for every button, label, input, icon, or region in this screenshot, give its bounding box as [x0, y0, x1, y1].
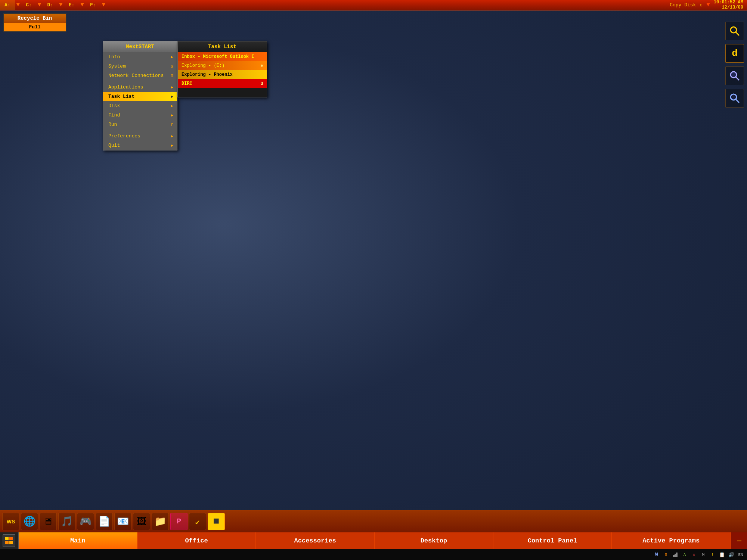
recycle-bin[interactable]: Recycle Bin Full — [3, 13, 66, 32]
tab-activeprograms[interactable]: Active Programs — [612, 532, 731, 549]
menu-disk-arrow: ▶ — [171, 103, 173, 108]
menu-run-label: Run — [108, 122, 117, 127]
menu-item-info[interactable]: Info ▶ — [103, 52, 177, 62]
svg-rect-10 — [673, 555, 675, 557]
tab-desktop[interactable]: Desktop — [375, 532, 493, 549]
tray-icon-a[interactable]: A — [681, 551, 689, 559]
tray-icon-s[interactable]: S — [662, 551, 670, 559]
nextstart-menu: NextSTART Info ▶ System s Network Connec… — [103, 41, 177, 150]
menu-disk-label: Disk — [108, 103, 120, 109]
copy-disk-shortcut: c — [700, 2, 703, 8]
quicklaunch-strip: WS 🌐 🖥 🎵 🎮 📄 📧 🖼 📁 P ↙ — [0, 510, 747, 532]
drive-a-button[interactable]: A: — [0, 0, 15, 10]
svg-point-2 — [731, 72, 737, 78]
desktop-icon-magnify-2[interactable] — [725, 66, 744, 85]
pink-icon: P — [177, 517, 181, 526]
task-item-exploring-phoenix[interactable]: Exploring - Phoenix — [178, 70, 267, 79]
tab-row: Main Office Accessories Desktop Control … — [0, 532, 747, 549]
menu-item-preferences[interactable]: Preferences ▶ — [103, 131, 177, 141]
tab-accessories[interactable]: Accessories — [256, 532, 375, 549]
menu-info-arrow: ▶ — [171, 55, 173, 59]
copy-disk-label[interactable]: Copy Disk — [670, 2, 696, 8]
tray-icon-x[interactable]: ✕ — [690, 551, 698, 559]
top-arrow-icon: ▼ — [706, 1, 710, 8]
tab-main[interactable]: Main — [19, 532, 137, 549]
ql-icon-ws[interactable]: WS — [2, 513, 19, 530]
menu-item-disk[interactable]: Disk ▶ — [103, 101, 177, 111]
task-item-dirc[interactable]: DIRC d — [178, 79, 267, 88]
desktop-icon-magnify-3[interactable] — [725, 89, 744, 108]
tray-icon-speaker[interactable]: 🔊 — [727, 551, 735, 559]
ql-icon-folder[interactable]: 📁 — [152, 513, 169, 530]
ql-icon-mail[interactable]: 📧 — [114, 513, 131, 530]
svg-point-0 — [731, 27, 737, 33]
tray-icon-m[interactable]: M — [699, 551, 707, 559]
separator-2: ▼ — [36, 1, 43, 8]
separator-3: ▼ — [58, 1, 64, 8]
drive-f-button[interactable]: F: — [86, 0, 100, 10]
tasklist-header: Task List — [178, 41, 267, 52]
svg-rect-9 — [9, 541, 13, 544]
tab-controlpanel[interactable]: Control Panel — [493, 532, 612, 549]
tasklist-menu: Task List Inbox - Microsoft Outlook I Ex… — [177, 41, 267, 97]
ql-icon-games[interactable]: 🎮 — [77, 513, 94, 530]
tab-main-label: Main — [70, 537, 86, 544]
tab-accessories-label: Accessories — [294, 537, 336, 544]
separator-4: ▼ — [79, 1, 86, 8]
tray-icon-w[interactable]: W — [653, 551, 661, 559]
ql-icon-arrow[interactable]: ↙ — [189, 513, 206, 530]
tray-icon-excl[interactable]: ! — [709, 551, 717, 559]
menu-item-network[interactable]: Network Connections n — [103, 71, 177, 80]
magnify-icon-1 — [729, 25, 741, 37]
taskbar-top: A: ▼ C: ▼ D: ▼ E: ▼ F: ▼ Copy Disk c ▼ 1… — [0, 0, 747, 10]
ql-icon-winamp[interactable]: 🎵 — [58, 513, 75, 530]
drive-e-button[interactable]: E: — [64, 0, 79, 10]
svg-line-1 — [736, 32, 739, 35]
drive-f-label: F: — [90, 2, 96, 8]
ql-icon-explore[interactable]: 🖥 — [40, 513, 57, 530]
drive-c-button[interactable]: C: — [21, 0, 36, 10]
drive-d-button[interactable]: D: — [43, 0, 58, 10]
task-item-exploring-e[interactable]: Exploring - (E:) e — [178, 61, 267, 70]
recycle-bin-title: Recycle Bin — [4, 14, 66, 23]
menu-network-label: Network Connections — [108, 73, 164, 78]
mail-icon: 📧 — [117, 516, 129, 528]
systray-bar: W S A ✕ M ! 📋 🔊 EN — [0, 549, 747, 560]
tray-icon-en[interactable]: EN — [737, 551, 745, 559]
tray-icon-network[interactable] — [671, 551, 679, 559]
menu-item-run[interactable]: Run r — [103, 120, 177, 129]
desktop-icon-magnify-1[interactable] — [725, 22, 744, 40]
ql-icon-ie[interactable]: 🌐 — [21, 513, 38, 530]
task-item-inbox[interactable]: Inbox - Microsoft Outlook I — [178, 52, 267, 61]
menu-item-quit[interactable]: Quit ▶ — [103, 141, 177, 150]
grid-icon — [5, 536, 13, 545]
ql-icon-acrobat[interactable]: 📄 — [96, 513, 113, 530]
tab-end-button[interactable]: — — [731, 532, 747, 549]
menu-preferences-arrow: ▶ — [171, 134, 173, 139]
drive-d-label: D: — [47, 2, 53, 8]
menu-find-label: Find — [108, 112, 120, 118]
task-exploring-e-shortcut: e — [260, 63, 263, 68]
menu-item-system[interactable]: System s — [103, 62, 177, 71]
ql-icon-pink[interactable]: P — [170, 513, 187, 530]
ql-icon-photo[interactable]: 🖼 — [133, 513, 150, 530]
menu-item-applications[interactable]: Applications ▶ — [103, 83, 177, 92]
menu-network-shortcut: n — [171, 73, 173, 78]
desktop-icon-d[interactable]: d — [725, 44, 744, 63]
svg-line-5 — [736, 99, 739, 103]
arrow-icon: ↙ — [195, 516, 200, 527]
start-button[interactable] — [0, 532, 19, 549]
task-exploring-e-label: Exploring - (E:) — [182, 63, 224, 68]
tray-icon-clipboard[interactable]: 📋 — [718, 551, 726, 559]
ql-icon-yellow[interactable]: ■ — [208, 513, 225, 530]
photo-icon: 🖼 — [137, 516, 146, 528]
tab-controlpanel-label: Control Panel — [528, 537, 577, 544]
menu-item-find[interactable]: Find ▶ — [103, 111, 177, 120]
task-dirc-label: DIRC — [182, 81, 192, 86]
ws-icon: WS — [7, 519, 15, 525]
menu-item-tasklist[interactable]: Task List ▶ — [103, 92, 177, 101]
svg-rect-6 — [5, 537, 9, 540]
menu-system-shortcut: s — [171, 64, 173, 69]
tab-office[interactable]: Office — [137, 532, 256, 549]
separator-5: ▼ — [100, 1, 107, 8]
